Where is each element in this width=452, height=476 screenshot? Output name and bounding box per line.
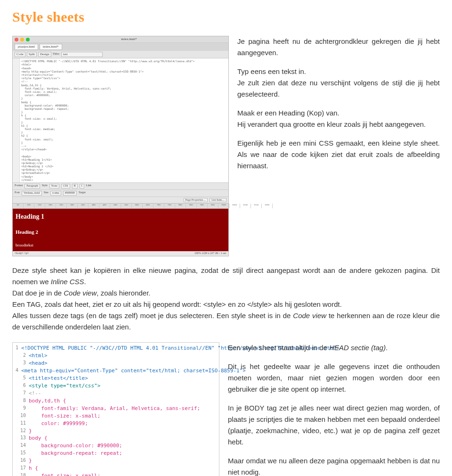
properties-bar-2: FontVerdana, Arial Sizex-sma #999999 Tar… [13, 189, 228, 197]
right-text: Een style sheet staat altijd in de HEAD … [228, 342, 440, 476]
editor-screenshot: index.html* plaatjes.html index.html* Co… [12, 36, 229, 256]
code-line: 5<title>test</title> [16, 375, 216, 382]
editor-titlebar: index.html* [13, 36, 228, 43]
code-line: 3<head> [16, 360, 216, 367]
properties-bar: FormatParagraph StyleNone CSS BI Link [13, 182, 228, 189]
line-gutter [13, 58, 20, 182]
code-line: 13body { [16, 435, 216, 442]
view-design-button: Design [38, 52, 51, 57]
middle-text: Deze style sheet kan je kopiëren in elke… [12, 265, 440, 333]
title-field: test [61, 52, 103, 57]
right-p1: Een style sheet staat altijd in de HEAD … [228, 342, 440, 353]
right-p4: Maar omdat we nu alleen deze pagina opge… [228, 455, 440, 476]
code-line: 2<html> [16, 352, 216, 360]
intro-p2: Typ eens een tekst in.Je zult zien dat d… [237, 66, 440, 100]
code-line: 17h { [16, 465, 216, 472]
doc-info: 100% 1229 x 227 2K / 1 sec [194, 252, 226, 255]
status-bar: <body> <p> 100% 1229 x 227 2K / 1 sec [13, 251, 228, 256]
title-label: Title: [53, 52, 60, 57]
intro-p4: Eigenlijk heb je een mini CSS gemaakt, e… [237, 138, 440, 172]
code-line: 18 font-size: x-small; [16, 472, 216, 476]
code-line: 1<!DOCTYPE HTML PUBLIC "-//W3C//DTD HTML… [16, 345, 216, 352]
file-tab-active: index.html* [40, 44, 62, 50]
page-title: Style sheets [12, 8, 440, 25]
code-line: 11 color: #999999; [16, 420, 216, 427]
view-code-button: Code [15, 52, 25, 57]
code-pane: <!DOCTYPE HTML PUBLIC "-//W3C//DTD HTML … [20, 58, 228, 182]
minimize-icon [20, 38, 24, 41]
code-line: 12} [16, 427, 216, 435]
zoom-icon [26, 38, 30, 41]
file-tab: plaatjes.html [15, 44, 38, 50]
preview-body-text: broodtekst [16, 242, 226, 249]
code-line: 9 font-family: Verdana, Arial, Helvetica… [16, 405, 216, 412]
code-line: 6<style type="text/css"> [16, 382, 216, 390]
properties-bar-3: Page Properties… List Item… [13, 197, 228, 204]
view-split-button: Split [27, 52, 37, 57]
code-line: 10 font-size: x-small; [16, 412, 216, 420]
code-line: 4<meta http-equiv="Content-Type" content… [16, 367, 216, 375]
code-line: 16} [16, 457, 216, 465]
code-line: 15 background-repeat: repeat; [16, 450, 216, 457]
tag-path: <body> <p> [15, 252, 29, 255]
right-p3: In je BODY tag zet je alles neer wat dir… [228, 402, 440, 448]
code-line: 14 background-color: #990000; [16, 442, 216, 450]
window-title: index.html* [121, 37, 137, 41]
code-view-screenshot: 1<!DOCTYPE HTML PUBLIC "-//W3C//DTD HTML… [12, 342, 219, 476]
intro-p3: Maak er een Heading (Kop) van.Hij verand… [237, 107, 440, 130]
intro-text: Je pagina heeft nu de achtergrondkleur g… [237, 36, 440, 256]
right-p2: Dit is het gedeelte waar je alle gegeven… [228, 361, 440, 395]
code-line: 8body,td,th { [16, 397, 216, 405]
code-line: 7<!-- [16, 390, 216, 397]
preview-heading2: Heading 2 [16, 228, 226, 236]
intro-p1: Je pagina heeft nu de achtergrondkleur g… [237, 36, 440, 58]
design-preview: Heading 1 Heading 2 broodtekst [13, 209, 228, 251]
preview-heading1: Heading 1 [16, 212, 226, 222]
ruler: 5010015020025030035040045050055060065070… [13, 203, 228, 209]
close-icon [15, 38, 18, 41]
